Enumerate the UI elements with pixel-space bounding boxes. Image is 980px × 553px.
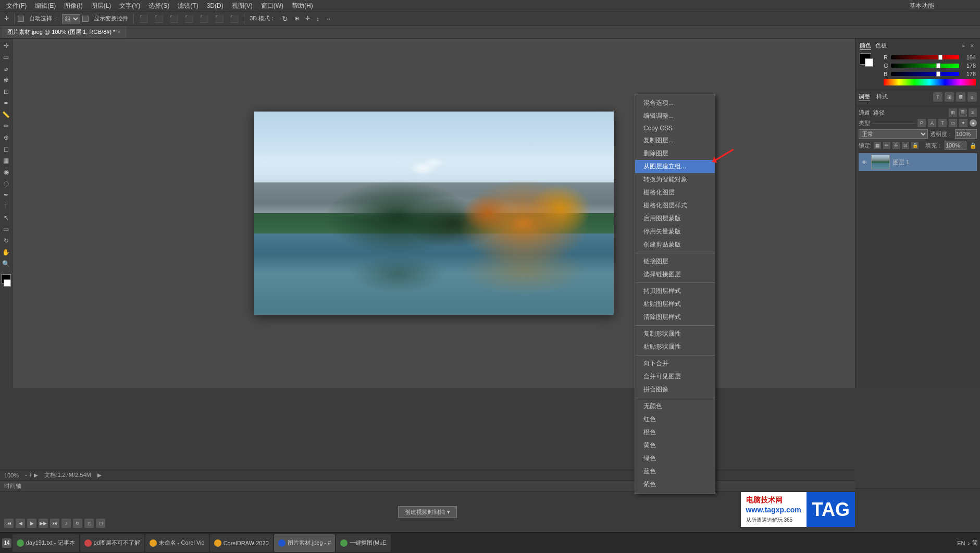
menu-green-color[interactable]: 绿色 <box>635 452 715 465</box>
align-center-icon[interactable]: ⬛ <box>152 14 165 24</box>
menu-copy-shape-attr[interactable]: 复制形状属性 <box>635 327 715 340</box>
taskbar-item-corel-vid[interactable]: 未命名 - Corel Vid <box>145 534 209 552</box>
filter-toggle[interactable]: ● <box>970 119 977 127</box>
menu-file[interactable]: 文件(F) <box>2 0 31 11</box>
tool-ruler[interactable]: 📏 <box>1 109 11 120</box>
menu-rasterize-layer[interactable]: 栅格化图层 <box>635 186 715 199</box>
align-middle-icon[interactable]: ⬛ <box>197 14 210 24</box>
align-bottom-icon[interactable]: ⬛ <box>213 14 226 24</box>
lock-position-icon[interactable]: ✛ <box>892 142 900 149</box>
lock-all-icon[interactable]: 🔒 <box>911 142 919 149</box>
menu-clear-style[interactable]: 清除图层样式 <box>635 311 715 324</box>
taskbar-item-ps-active[interactable]: 图片素材.jpeg - # <box>274 534 336 552</box>
tool-text[interactable]: T <box>1 201 11 212</box>
auto-select-checkbox[interactable] <box>18 16 24 22</box>
distribute-icon[interactable]: ⬛ <box>228 14 241 24</box>
menu-copy-css[interactable]: Copy CSS <box>635 122 715 134</box>
tool-hand[interactable]: ✋ <box>1 247 11 257</box>
tool-3d-rotate[interactable]: ↻ <box>1 236 11 246</box>
timeline-btn-audio[interactable]: ♪ <box>61 519 71 528</box>
tab-styles[interactable]: 样式 <box>876 93 888 101</box>
green-slider-handle[interactable] <box>936 63 940 68</box>
menu-paste-style[interactable]: 粘贴图层样式 <box>635 298 715 311</box>
menu-paste-shape-attr[interactable]: 粘贴形状属性 <box>635 340 715 353</box>
timeline-btn-end[interactable]: ⏭ <box>50 519 59 528</box>
menu-disable-vector-mask[interactable]: 停用矢量蒙版 <box>635 225 715 238</box>
menu-yellow-color[interactable]: 黄色 <box>635 439 715 452</box>
3d-move-icon[interactable]: ✛ <box>303 14 312 23</box>
tool-move[interactable]: ✛ <box>1 41 11 51</box>
adjust-icon-t[interactable]: T <box>933 92 942 102</box>
filter-shape-icon[interactable]: ▭ <box>949 119 957 127</box>
tab-channels[interactable]: 通道 <box>859 109 870 117</box>
layers-icon-2[interactable]: ≣ <box>959 108 967 117</box>
menu-merge-down[interactable]: 向下合并 <box>635 357 715 370</box>
menu-enable-mask[interactable]: 启用图层蒙版 <box>635 212 715 225</box>
menu-text[interactable]: 文字(Y) <box>115 0 144 11</box>
menu-3d[interactable]: 3D(D) <box>203 0 228 11</box>
tool-select-rect[interactable]: ▭ <box>1 52 11 63</box>
menu-duplicate-layer[interactable]: 复制图层... <box>635 134 715 147</box>
timeline-btn-loop[interactable]: ↻ <box>73 519 82 528</box>
timeline-btn-mark[interactable]: ◻ <box>96 519 105 528</box>
align-left-icon[interactable]: ⬛ <box>137 14 150 24</box>
zoom-increase-btn[interactable]: + <box>29 472 32 478</box>
timeline-btn-prev[interactable]: ◀ <box>16 519 25 528</box>
tab-swatches[interactable]: 色板 <box>875 42 887 50</box>
menu-edit[interactable]: 编辑(E) <box>31 0 60 11</box>
taskbar-item-mue[interactable]: 一键抠图(MuE <box>336 534 390 552</box>
layers-icon-close[interactable]: ≡ <box>969 108 977 117</box>
menu-create-clipping[interactable]: 创建剪贴蒙版 <box>635 238 715 251</box>
menu-delete-layer[interactable]: 删除图层 <box>635 147 715 160</box>
menu-select[interactable]: 选择(S) <box>144 0 173 11</box>
taskbar-item-coreldraw[interactable]: CorelDRAW 2020 <box>210 534 273 552</box>
tab-close-button[interactable]: × <box>117 29 120 35</box>
menu-view[interactable]: 视图(V) <box>228 0 257 11</box>
menu-filter[interactable]: 滤镜(T) <box>173 0 202 11</box>
menu-purple-color[interactable]: 紫色 <box>635 478 715 491</box>
tool-lasso[interactable]: ⌀ <box>1 64 11 74</box>
3d-rotate-icon[interactable]: ↻ <box>280 14 290 24</box>
timeline-btn-start[interactable]: ⏮ <box>4 519 14 528</box>
layer-visibility-icon[interactable]: 👁 <box>861 158 868 166</box>
tool-zoom[interactable]: 🔍 <box>1 259 11 269</box>
layers-icon-1[interactable]: ⊞ <box>949 108 957 117</box>
menu-select-linked[interactable]: 选择链接图层 <box>635 268 715 281</box>
adjust-icon-close[interactable]: ≡ <box>967 92 977 102</box>
taskbar-item-notepad[interactable]: day191.txt - 记事本 <box>13 534 79 552</box>
adjust-icon-panel[interactable]: ≣ <box>956 92 965 102</box>
blend-mode-dropdown[interactable]: 正常 <box>859 129 928 139</box>
filter-text-icon[interactable]: T <box>938 119 947 127</box>
background-color-swatch[interactable] <box>4 279 11 287</box>
color-panel-menu-icon[interactable]: ≡ <box>960 42 967 50</box>
auto-select-dropdown[interactable]: 组 <box>62 14 80 23</box>
taskbar-item-ps-layer[interactable]: pd图层不可不了解 <box>80 534 144 552</box>
bg-color-display[interactable] <box>865 58 873 67</box>
menu-merge-visible[interactable]: 合并可见图层 <box>635 370 715 383</box>
show-transform-checkbox[interactable] <box>82 16 89 22</box>
blue-slider[interactable] <box>891 72 959 76</box>
zoom-decrease-btn[interactable]: - <box>25 472 27 478</box>
tool-gradient[interactable]: ▦ <box>1 155 11 166</box>
menu-no-color[interactable]: 无颜色 <box>635 400 715 413</box>
filter-smart-icon[interactable]: ✦ <box>959 119 967 127</box>
timeline-btn-next[interactable]: ▶▶ <box>39 519 48 528</box>
menu-copy-style[interactable]: 拷贝图层样式 <box>635 285 715 298</box>
lock-artboard-icon[interactable]: ⊡ <box>902 142 909 149</box>
doc-info-expand[interactable]: ▶ <box>97 472 102 478</box>
color-panel-close-icon[interactable]: ✕ <box>969 42 976 50</box>
tool-eraser[interactable]: ◻ <box>1 144 11 154</box>
menu-orange-color[interactable]: 橙色 <box>635 426 715 439</box>
filter-pixel-icon[interactable]: P <box>917 119 926 127</box>
lock-transparency-icon[interactable]: ▦ <box>874 142 881 149</box>
menu-rasterize-style[interactable]: 栅格化图层样式 <box>635 199 715 212</box>
align-right-icon[interactable]: ⬛ <box>167 14 180 24</box>
blue-slider-handle[interactable] <box>936 71 940 77</box>
document-tab[interactable]: 图片素材.jpeg @ 100% (图层 1, RGB/8#) * × <box>2 26 126 38</box>
menu-image[interactable]: 图像(I) <box>60 0 86 11</box>
menu-link-layers[interactable]: 链接图层 <box>635 255 715 268</box>
menu-edit-adjustments[interactable]: 编辑调整... <box>635 109 715 122</box>
opacity-input[interactable] <box>955 129 977 139</box>
tool-quick-select[interactable]: ✾ <box>1 75 11 85</box>
tool-brush[interactable]: ✏ <box>1 121 11 131</box>
